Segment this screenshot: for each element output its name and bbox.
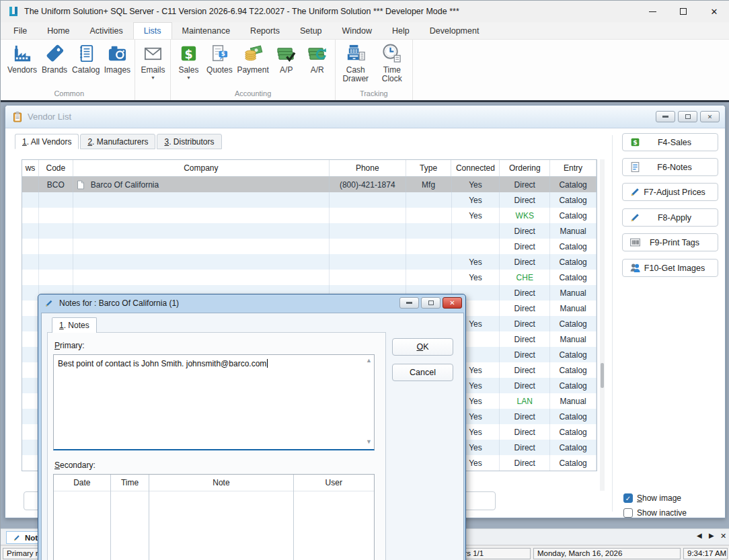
menu-item-file[interactable]: File [3,22,37,39]
vendor-restore-button[interactable] [678,111,697,122]
ribbon-button-cash-drawer[interactable]: Cash Drawer [338,43,374,83]
cell-phone [330,208,406,223]
dialog-minimize-button[interactable] [399,297,419,309]
table-row[interactable]: DirectManual [22,223,597,239]
button-f10-get-images[interactable]: F10-Get Images [622,259,718,277]
cell-value: Direct [514,242,535,251]
cell-value: CHE [516,273,533,282]
tag-icon [44,43,65,64]
nav-left-icon[interactable]: ◀ [697,532,702,539]
ribbon-group-accounting: $Sales▼$QuotesPaymentA/PA/RAccounting [171,40,335,100]
secondary-column-time: Time [111,475,150,560]
table-row[interactable]: DirectCatalog [22,239,597,254]
cell-company [73,270,330,285]
cell-code: BCO [39,177,73,192]
catalog-icon [75,43,96,64]
cell-entry: Catalog [550,239,597,254]
table-row[interactable]: BCOBarco Of California(800)-421-1874MfgY… [22,177,597,192]
dialog-close-button[interactable]: ✕ [443,297,462,309]
cell-connected: Yes [452,177,500,192]
cell-entry: Catalog [550,254,597,270]
tab-all-vendors[interactable]: 1. All Vendors [15,134,79,149]
column-header-type[interactable]: Type [406,160,452,176]
maximize-button[interactable] [668,1,699,22]
checkbox-unchecked-icon[interactable] [623,508,633,518]
ribbon-button-a-p[interactable]: A/P [271,43,302,75]
ar-icon [307,43,328,64]
menu-item-maintenance[interactable]: Maintenance [172,22,241,39]
scrollbar-thumb[interactable] [601,363,604,388]
menu-item-reports[interactable]: Reports [240,22,290,39]
table-row[interactable]: YesDirectCatalog [22,254,597,270]
vendor-close-button[interactable]: ✕ [700,111,720,122]
table-row[interactable]: YesWKSCatalog [22,208,597,223]
nav-right-icon[interactable]: ▶ [709,532,714,539]
table-row[interactable]: YesCHECatalog [22,270,597,285]
time-clock-icon [381,43,402,64]
chevron-down-icon[interactable]: ▼ [151,75,155,81]
mdi-area: Vendor List ✕ 1. All Vendors2. Manufactu… [1,100,729,528]
checkbox-checked-icon[interactable]: ✓ [623,493,633,503]
cell-value: Yes [469,428,482,437]
cell-value: Direct [514,335,535,344]
cell-value: Direct [514,366,535,375]
menu-item-home[interactable]: Home [37,22,79,39]
vendor-window-titlebar[interactable]: Vendor List [5,106,725,128]
ribbon-button-catalog[interactable]: Catalog [70,43,102,75]
scroll-down-icon[interactable]: ▼ [366,439,372,445]
tab-distributors[interactable]: 3. Distributors [157,134,221,149]
column-header-connected[interactable]: Connected [451,160,500,176]
menu-item-activities[interactable]: Activities [80,22,133,39]
menu-item-help[interactable]: Help [382,22,420,39]
menu-item-development[interactable]: Development [420,22,490,39]
tab-manufacturers[interactable]: 2. Manufacturers [80,134,155,149]
menu-item-lists[interactable]: Lists [133,22,172,39]
cell-connected [452,223,500,239]
close-button[interactable]: ✕ [699,1,729,22]
button-f9-print-tags[interactable]: F9-Print Tags [622,233,718,251]
ribbon-button-sales[interactable]: $Sales▼ [173,43,204,81]
taskbar-close-icon[interactable]: ✕ [720,532,726,541]
cell-ws [22,455,39,471]
cell-code [39,239,73,254]
cell-company [73,223,330,239]
menu-item-window[interactable]: Window [332,22,382,39]
ribbon-button-label: A/P [280,66,293,75]
menu-item-setup[interactable]: Setup [290,22,332,39]
chevron-down-icon[interactable]: ▼ [186,75,191,81]
ribbon-button-images[interactable]: Images [102,43,132,75]
checkbox-show-inactive[interactable]: Show inactive [623,508,687,518]
ribbon-button-brands[interactable]: Brands [39,43,70,75]
dialog-restore-button[interactable] [421,297,440,309]
column-header-ordering[interactable]: Ordering [500,160,550,176]
button-f6-notes[interactable]: F6-Notes [622,158,718,176]
page-icon [77,180,85,190]
ribbon-button-vendors[interactable]: Vendors [5,43,39,75]
primary-note-textarea[interactable]: Best point of contact is John Smith. joh… [53,354,375,450]
ribbon-button-quotes[interactable]: $Quotes [204,43,235,75]
ok-button[interactable]: OK [392,338,453,356]
ribbon-button-time-clock[interactable]: Time Clock [374,43,410,83]
column-header-code[interactable]: Code [39,160,73,176]
table-row[interactable]: YesDirectCatalog [22,192,597,208]
column-header-ws[interactable]: ws [22,160,39,176]
ribbon-button-emails[interactable]: Emails▼ [137,43,168,81]
cancel-button[interactable]: Cancel [392,364,453,381]
vendor-minimize-button[interactable] [656,111,675,122]
button-f8-apply[interactable]: F8-Apply [622,208,718,227]
ribbon-button-payment[interactable]: Payment [235,43,270,75]
column-header-entry[interactable]: Entry [550,160,597,176]
app-logo-icon [8,6,19,17]
scroll-up-icon[interactable]: ▲ [366,358,372,364]
cell-value: WKS [516,211,534,221]
minimize-button[interactable] [637,1,668,22]
tab-notes[interactable]: 1. Notes [52,317,97,333]
column-header-phone[interactable]: Phone [330,160,406,176]
column-header-company[interactable]: Company [73,160,330,176]
ribbon-button-a-r[interactable]: A/R [302,43,333,75]
button-f4-sales[interactable]: $F4-Sales [622,133,718,151]
checkbox-show-image[interactable]: ✓Show image [623,493,681,503]
ribbon-group-common: VendorsBrandsCatalogImagesCommon [3,40,135,100]
vendor-table-scrollbar[interactable] [600,159,605,491]
button-f7-adjust-prices[interactable]: F7-Adjust Prices [622,183,718,201]
